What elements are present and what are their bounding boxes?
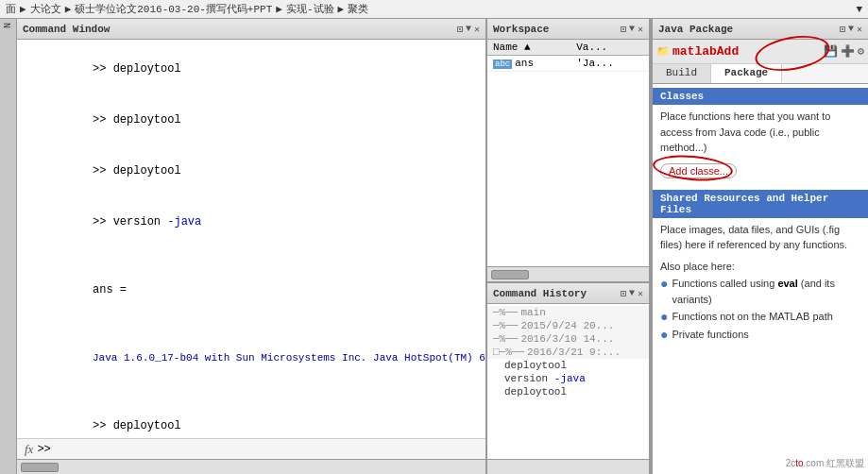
workspace-row-ans[interactable]: abcans 'Ja...: [487, 56, 649, 72]
java-package-panel: Java Package ⊡ ▼ ✕ 📁 matlabAdd 💾 ➕: [651, 19, 868, 474]
history-sep-2016b: □─%──2016/3/21 9:...: [487, 346, 649, 359]
command-scrollbar[interactable]: [17, 459, 485, 474]
history-header: Command History ⊡ ▼ ✕: [487, 283, 649, 304]
java-menu-icon[interactable]: ▼: [848, 24, 854, 35]
java-save-icon[interactable]: 💾: [824, 44, 838, 59]
history-menu-icon[interactable]: ▼: [629, 288, 635, 299]
type-badge: abc: [493, 59, 512, 69]
shared-section-body: Place images, data files, and GUIs (.fig…: [653, 218, 868, 348]
cmd-blank-1: [25, 247, 478, 264]
history-maximize-icon[interactable]: ⊡: [621, 288, 626, 299]
java-add-icon[interactable]: ➕: [841, 44, 855, 59]
java-maximize-icon[interactable]: ⊡: [840, 24, 845, 35]
breadcrumb: 面 ▶ 大论文 ▶ 硕士学位论文2016-03-20-撰写代码+PPT ▶ 实现…: [0, 0, 868, 19]
command-content[interactable]: >> deploytool >> deploytool >> deploytoo…: [17, 40, 485, 438]
ws-scroll-thumb[interactable]: [491, 270, 529, 279]
java-package-content: Classes Place functions here that you wa…: [653, 84, 868, 474]
history-panel: Command History ⊡ ▼ ✕ ─%──main ─%──2015/…: [487, 283, 649, 474]
java-name-display: matlabAdd: [672, 44, 739, 59]
workspace-table: Name ▲ Va... abcans 'Ja...: [487, 40, 649, 72]
cmd-line-3: >> deploytool: [25, 145, 478, 196]
fx-icon: fx: [25, 442, 33, 457]
java-tabs: Build Package: [653, 64, 868, 84]
footer-prompt: >>: [37, 443, 50, 456]
cmd-line-2: >> deploytool: [25, 94, 478, 145]
left-strip: N: [0, 19, 17, 474]
history-close-icon[interactable]: ✕: [638, 288, 643, 299]
command-window-panel: Command Window ⊡ ▼ ✕ >> deploytool >> de…: [17, 19, 487, 474]
cmd-line-4: >> version -java: [25, 196, 478, 247]
workspace-close-icon[interactable]: ✕: [638, 24, 643, 35]
tab-package[interactable]: Package: [711, 64, 782, 83]
history-item-1[interactable]: deploytool: [487, 359, 649, 372]
workspace-col-value[interactable]: Va...: [570, 40, 649, 56]
java-package-title: Java Package: [658, 24, 733, 35]
history-sep-2016a: ─%──2016/3/10 14...: [487, 332, 649, 346]
java-gear-icon[interactable]: ⚙: [858, 44, 864, 59]
bullet-item-3: ● Private functions: [660, 327, 860, 343]
also-place-label: Also place here:: [660, 259, 860, 275]
java-package-header: Java Package ⊡ ▼ ✕: [653, 19, 868, 40]
classes-section-header: Classes: [653, 88, 868, 105]
tab-build[interactable]: Build: [653, 64, 711, 83]
history-item-2[interactable]: version -java: [487, 372, 649, 385]
workspace-menu-icon[interactable]: ▼: [629, 24, 635, 35]
workspace-header: Workspace ⊡ ▼ ✕: [487, 19, 649, 40]
maximize-icon[interactable]: ⊡: [457, 24, 463, 35]
command-window-header: Command Window ⊡ ▼ ✕: [17, 19, 485, 40]
add-class-button[interactable]: Add classe...: [660, 163, 737, 178]
java-toolbar: 📁 matlabAdd 💾 ➕ ⚙: [653, 40, 868, 64]
workspace-content[interactable]: Name ▲ Va... abcans 'Ja...: [487, 40, 649, 266]
bullet-item-1: ● Functions called using eval (and its v…: [660, 276, 860, 307]
add-class-wrapper: Add classe...: [660, 160, 737, 182]
history-item-3[interactable]: deploytool: [487, 385, 649, 398]
cmd-assign: ans =: [25, 264, 478, 315]
history-scrollbar[interactable]: [487, 459, 649, 474]
menu-icon[interactable]: ▼: [466, 24, 471, 35]
history-content[interactable]: ─%──main ─%──2015/9/24 20... ─%──2016/3/…: [487, 304, 649, 459]
cmd-line-1: >> deploytool: [25, 43, 478, 94]
history-sep-main: ─%──main: [487, 306, 649, 319]
close-icon[interactable]: ✕: [474, 24, 480, 35]
scroll-thumb[interactable]: [21, 463, 59, 472]
cmd-blank-2: [25, 315, 478, 332]
cmd-output: Java 1.6.0_17-b04 with Sun Microsystems …: [25, 332, 478, 383]
java-folder-icon: 📁: [656, 45, 670, 58]
command-footer: fx >>: [17, 438, 485, 459]
workspace-panel: Workspace ⊡ ▼ ✕ Name ▲ Va...: [487, 19, 649, 283]
classes-section-body: Place functions here that you want to ac…: [653, 105, 868, 186]
cmd-line-5: >> deploytool: [25, 400, 478, 438]
command-window-title: Command Window: [23, 24, 110, 35]
shared-section-header: Shared Resources and Helper Files: [653, 190, 868, 218]
workspace-scrollbar[interactable]: [487, 266, 649, 281]
history-sep-2015: ─%──2015/9/24 20...: [487, 319, 649, 332]
java-close-icon[interactable]: ✕: [857, 24, 862, 35]
cmd-blank-3: [25, 383, 478, 400]
workspace-col-name[interactable]: Name ▲: [487, 40, 570, 56]
workspace-title: Workspace: [493, 24, 549, 35]
watermark: 2cto.com 红黑联盟: [786, 457, 864, 470]
add-class-container: Add classe...: [660, 160, 860, 182]
workspace-maximize-icon[interactable]: ⊡: [621, 24, 626, 35]
history-title: Command History: [493, 288, 587, 299]
bullet-item-2: ● Functions not on the MATLAB path: [660, 309, 860, 325]
